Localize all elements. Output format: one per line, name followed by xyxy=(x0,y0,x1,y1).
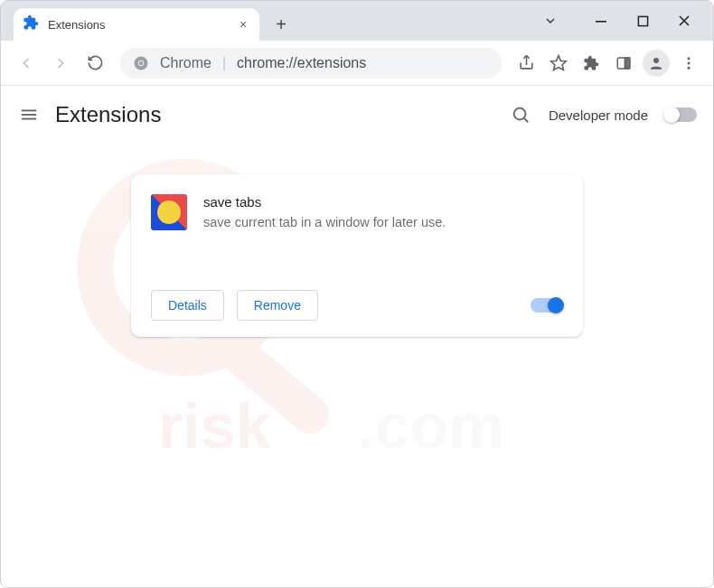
page-title: Extensions xyxy=(55,102,161,127)
remove-button[interactable]: Remove xyxy=(237,290,318,321)
extension-card: save tabs save current tab in a window f… xyxy=(131,174,583,337)
tab-close-button[interactable]: × xyxy=(236,17,250,32)
extension-description: save current tab in a window for later u… xyxy=(203,215,446,229)
main-menu-button[interactable] xyxy=(17,103,41,126)
svg-rect-18 xyxy=(22,110,37,112)
window-close-button[interactable] xyxy=(673,10,695,32)
svg-point-21 xyxy=(514,108,526,120)
plus-icon: + xyxy=(276,14,287,35)
extension-icon xyxy=(151,194,187,230)
svg-point-17 xyxy=(688,66,691,69)
details-button[interactable]: Details xyxy=(151,290,224,321)
extensions-grid: save tabs save current tab in a window f… xyxy=(1,144,713,337)
sidepanel-button[interactable] xyxy=(610,50,637,77)
svg-rect-1 xyxy=(215,331,336,441)
extensions-button[interactable] xyxy=(578,50,605,77)
close-icon: × xyxy=(240,17,247,32)
svg-point-24 xyxy=(157,201,181,224)
profile-button[interactable] xyxy=(643,50,670,77)
omnibox-url: chrome://extensions xyxy=(237,55,366,71)
svg-point-16 xyxy=(688,61,691,64)
details-button-label: Details xyxy=(168,298,207,313)
extension-name: save tabs xyxy=(203,194,446,210)
svg-text:risk: risk xyxy=(158,391,271,462)
search-extensions-button[interactable] xyxy=(509,103,532,126)
svg-rect-19 xyxy=(22,114,37,116)
omnibox-scheme-label: Chrome xyxy=(160,55,211,71)
window-controls xyxy=(525,6,709,35)
svg-point-14 xyxy=(653,58,659,63)
page-header: Extensions Developer mode xyxy=(1,86,713,144)
more-menu-button[interactable] xyxy=(675,50,702,77)
back-button[interactable] xyxy=(12,49,41,78)
developer-mode-label: Developer mode xyxy=(549,107,648,123)
svg-rect-5 xyxy=(638,16,647,25)
tab-bar: Extensions × + xyxy=(1,1,713,41)
window-minimize-button[interactable] xyxy=(590,10,612,32)
reload-button[interactable] xyxy=(80,49,109,78)
browser-toolbar: Chrome | chrome://extensions xyxy=(1,41,713,86)
share-button[interactable] xyxy=(512,50,540,77)
new-tab-button[interactable]: + xyxy=(268,12,294,37)
extension-enable-toggle[interactable] xyxy=(531,298,563,313)
svg-rect-4 xyxy=(596,21,606,23)
extension-puzzle-icon xyxy=(23,14,39,34)
svg-line-22 xyxy=(524,118,528,122)
chrome-logo-icon xyxy=(133,55,149,71)
omnibox-divider: | xyxy=(222,55,226,71)
svg-marker-10 xyxy=(551,55,567,70)
remove-button-label: Remove xyxy=(254,298,301,313)
svg-point-15 xyxy=(688,57,691,60)
address-bar[interactable]: Chrome | chrome://extensions xyxy=(120,48,502,79)
browser-tab[interactable]: Extensions × xyxy=(14,8,259,41)
developer-mode-toggle[interactable] xyxy=(664,107,697,122)
tab-title: Extensions xyxy=(48,18,227,32)
svg-rect-20 xyxy=(22,118,37,120)
svg-rect-13 xyxy=(625,58,630,69)
tab-search-button[interactable] xyxy=(540,10,561,32)
bookmark-button[interactable] xyxy=(545,50,572,77)
window-maximize-button[interactable] xyxy=(632,10,653,32)
svg-point-8 xyxy=(139,61,144,65)
svg-text:.com: .com xyxy=(357,391,504,462)
forward-button[interactable] xyxy=(46,49,75,78)
